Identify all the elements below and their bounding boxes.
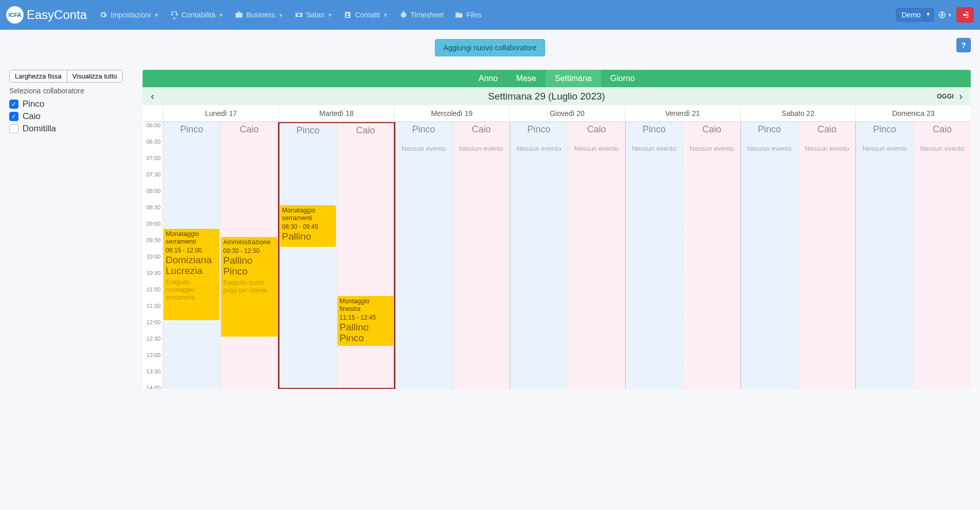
day-col-tue[interactable]: Pinco Monataggio serramenti 08:30 - 09:4… <box>278 122 396 389</box>
today-button[interactable]: OGGI <box>937 93 954 100</box>
subcol-fri-caio[interactable]: Caio Nessun evento <box>683 122 740 389</box>
time-label: 12:30 <box>146 336 161 342</box>
checkbox-pinco[interactable] <box>9 100 18 109</box>
show-all-button[interactable]: Visualizza tutto <box>67 70 122 82</box>
subcol-sat-pinco[interactable]: Pinco Nessun evento <box>741 122 798 389</box>
subcol-mon-pinco[interactable]: Pinco Monataggio serramenti 09:15 - 12:0… <box>163 122 221 389</box>
tab-settimana[interactable]: Settimana <box>546 70 601 87</box>
subcol-mon-caio[interactable]: Caio Amministrazione 09:30 - 12:30 Palli… <box>221 122 277 389</box>
no-event-label: Nessun evento <box>683 138 740 153</box>
brand-logo: ICFA <box>6 6 24 24</box>
day-col-wed[interactable]: Pinco Nessun evento Caio Nessun evento <box>395 122 510 389</box>
checkbox-caio[interactable] <box>9 112 18 121</box>
event-mon-caio[interactable]: Amministrazione 09:30 - 12:30 Pallino Pi… <box>221 237 277 337</box>
day-header: Martedì 18 <box>278 105 394 122</box>
logout-button[interactable] <box>956 7 974 23</box>
day-header: Domenica 23 <box>855 105 971 122</box>
nav-contatti[interactable]: Contatti ▼ <box>338 7 393 23</box>
subcol-sat-caio[interactable]: Caio Nessun evento <box>798 122 855 389</box>
event-mon-pinco[interactable]: Monataggio serramenti 09:15 - 12:00 Domi… <box>164 229 219 320</box>
nav-label: Impostazioni <box>110 11 151 19</box>
globe-icon <box>938 10 946 19</box>
day-col-mon[interactable]: Pinco Monataggio serramenti 09:15 - 12:0… <box>163 122 278 389</box>
event-title: Montaggio finestra <box>339 298 391 313</box>
tab-giorno[interactable]: Giorno <box>601 70 644 87</box>
select-collaborator-label: Seleziona collaboratore <box>9 87 132 95</box>
no-event-label: Nessun evento <box>453 138 510 153</box>
day-col-sat[interactable]: Pinco Nessun evento Caio Nessun evento <box>741 122 856 389</box>
time-label: 12:00 <box>146 319 161 325</box>
subcol-header: Pinco <box>510 122 567 138</box>
subcol-header: Pinco <box>741 122 798 138</box>
event-desc: Eseguito buste paga per cliente <box>223 279 275 295</box>
event-person: Pallino Pinco <box>223 256 275 277</box>
day-header: Sabato 22 <box>740 105 855 122</box>
subcol-thu-pinco[interactable]: Pinco Nessun evento <box>510 122 568 389</box>
subcol-wed-pinco[interactable]: Pinco Nessun evento <box>395 122 452 389</box>
subcol-header: Pinco <box>279 123 336 139</box>
nav-label: Files <box>466 11 482 19</box>
no-event-label: Nessun evento <box>568 138 625 153</box>
subcol-tue-pinco[interactable]: Pinco Monataggio serramenti 08:30 - 09:4… <box>279 123 337 388</box>
event-tue-caio[interactable]: Montaggio finestra 11:15 - 12:45 Pallino… <box>337 296 393 346</box>
calendar-body: 06:0006:3007:0007:3008:0008:3009:0009:30… <box>143 122 971 389</box>
week-nav: ‹ Settimana 29 (Luglio 2023) OGGI › <box>143 87 971 105</box>
subcol-tue-caio[interactable]: Caio Montaggio finestra 11:15 - 12:45 Pa… <box>337 123 394 388</box>
nav-files[interactable]: Files <box>450 7 487 23</box>
no-event-label: Nessun evento <box>395 138 452 153</box>
language-button[interactable]: ▼ <box>938 8 952 22</box>
subcol-header: Pinco <box>626 122 683 138</box>
time-label: 10:00 <box>146 253 161 260</box>
subcol-header: Caio <box>798 122 855 138</box>
day-header-row: Lunedì 17 Martedì 18 Mercoledì 19 Gioved… <box>143 105 971 122</box>
day-header: Giovedì 20 <box>509 105 625 122</box>
brand[interactable]: ICFA EasyConta <box>6 6 87 24</box>
day-header: Venerdì 21 <box>625 105 740 122</box>
time-label: 11:00 <box>146 286 161 292</box>
nav-label: Salari <box>306 11 325 19</box>
add-collaborator-button[interactable]: Aggiungi nuovo collaboratore <box>435 39 545 56</box>
subcol-sun-caio[interactable]: Caio Nessun evento <box>914 122 971 389</box>
tab-mese[interactable]: Mese <box>507 70 546 87</box>
no-event-label: Nessun evento <box>510 138 567 153</box>
nav-label: Contabilità <box>182 11 215 19</box>
day-header: Mercoledì 19 <box>394 105 509 122</box>
no-event-label: Nessun evento <box>914 138 971 153</box>
prev-week-button[interactable]: ‹ <box>149 90 156 102</box>
subcol-header: Caio <box>221 122 277 138</box>
time-label: 09:00 <box>146 221 161 227</box>
event-title: Amministrazione <box>223 239 275 246</box>
subcol-sun-pinco[interactable]: Pinco Nessun evento <box>856 122 913 389</box>
nav-timesheet[interactable]: Timesheet <box>394 7 449 23</box>
event-tue-pinco[interactable]: Monataggio serramenti 08:30 - 09:45 Pall… <box>280 205 336 247</box>
collaborator-name: Caio <box>23 111 41 122</box>
day-col-thu[interactable]: Pinco Nessun evento Caio Nessun evento <box>510 122 626 389</box>
subcol-thu-caio[interactable]: Caio Nessun evento <box>568 122 625 389</box>
event-desc: Eseguito montaggio serramenti <box>166 279 217 302</box>
help-button[interactable]: ? <box>956 38 971 52</box>
gears-icon <box>99 11 107 19</box>
day-col-sun[interactable]: Pinco Nessun evento Caio Nessun evento <box>856 122 971 389</box>
chevron-down-icon: ▼ <box>947 12 952 18</box>
fixed-width-button[interactable]: Larghezza fissa <box>10 70 67 82</box>
week-title: Settimana 29 (Luglio 2023) <box>156 91 937 102</box>
subcol-header: Caio <box>337 123 394 139</box>
tab-anno[interactable]: Anno <box>469 70 507 87</box>
nav-salari[interactable]: Salari ▼ <box>290 7 338 23</box>
nav-contabilita[interactable]: Contabilità ▼ <box>165 7 229 23</box>
time-label: 06:00 <box>146 122 161 128</box>
nav-impostazioni[interactable]: Impostazioni ▼ <box>94 7 164 23</box>
folder-icon <box>455 11 463 19</box>
next-week-button[interactable]: › <box>957 90 965 102</box>
event-person: Domiziana Lucrezia <box>166 255 217 277</box>
subcol-header: Pinco <box>856 122 913 138</box>
event-person: Pallino Pinco <box>339 322 391 344</box>
nav-label: Business <box>246 11 275 19</box>
subcol-fri-pinco[interactable]: Pinco Nessun evento <box>626 122 683 389</box>
demo-select[interactable]: Demo <box>896 8 934 22</box>
nav-items: Impostazioni ▼ Contabilità ▼ Business ▼ … <box>94 7 487 23</box>
subcol-wed-caio[interactable]: Caio Nessun evento <box>453 122 510 389</box>
checkbox-domitilla[interactable] <box>9 124 18 133</box>
day-col-fri[interactable]: Pinco Nessun evento Caio Nessun evento <box>626 122 741 389</box>
nav-business[interactable]: Business ▼ <box>230 7 289 23</box>
